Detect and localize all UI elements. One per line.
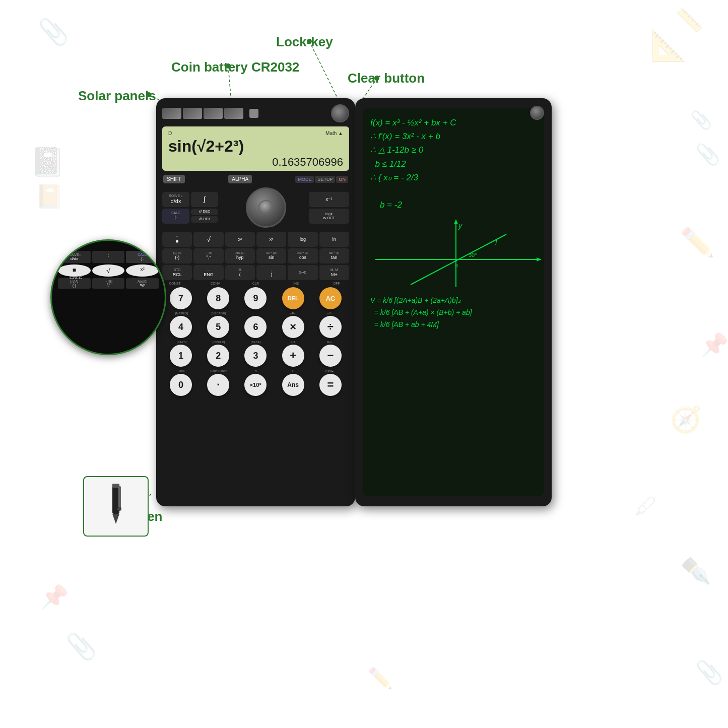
numpad-sublabels-row2: [STATI] [CMPLX] [BASE] Pol Rec <box>162 341 349 344</box>
mode-button[interactable]: MODE <box>295 176 314 183</box>
key-3[interactable]: 3 <box>244 345 267 367</box>
main-content: Lock-key Coin battery CR2032 Solar panel… <box>0 0 728 728</box>
key-minus[interactable]: − <box>319 345 342 367</box>
label-battery: Coin battery CR2032 <box>171 59 299 75</box>
solar-panel-2 <box>183 108 202 119</box>
writing-tablet: f(x) = x³ - ½x² + bx + C ∴ f'(x) = 3x² -… <box>355 98 552 506</box>
degrees-key[interactable]: → |B|°,″ <box>193 248 223 263</box>
tan-key[interactable]: tan⁻¹ |F|tan <box>319 248 349 263</box>
x-power-n-key[interactable]: xⁿ <box>256 232 286 247</box>
solar-area <box>162 104 349 122</box>
display-indicator-d: D <box>168 130 172 136</box>
key-ac[interactable]: AC <box>319 287 342 309</box>
log-indicator-key[interactable]: log♦e• OCT <box>309 209 349 224</box>
ln-key[interactable]: ln <box>319 232 349 247</box>
x3-hex-keys: x³ DEC √6 HEX <box>191 209 218 224</box>
abs-key[interactable]: Abs |C|hyp <box>225 248 255 263</box>
x3-dec-key[interactable]: x³ DEC <box>191 209 218 215</box>
key-8[interactable]: 8 <box>207 287 229 309</box>
nav-center[interactable] <box>258 200 274 215</box>
zoom-content: SOLVE=d/dx : CALC∫- ■ √ x² ∫△∫|A|(-) → |… <box>52 241 165 295</box>
key-1[interactable]: 1 <box>170 345 192 367</box>
open-paren-key[interactable]: %( <box>225 265 255 280</box>
svg-point-41 <box>117 507 121 511</box>
sqrt-key[interactable]: √ <box>193 232 223 247</box>
on-button[interactable]: ON <box>336 176 348 183</box>
key-del[interactable]: DEL <box>282 287 304 309</box>
svg-rect-38 <box>112 484 119 488</box>
mode-setup-on-buttons: MODE SETUP ON <box>295 176 348 183</box>
solar-panel-4 <box>224 108 243 119</box>
solve-calc-nav-row: SOLVE = d/dx ∫ CALC ∫- x³ DE <box>162 185 349 230</box>
svg-marker-31 <box>454 219 458 224</box>
cos-key[interactable]: cos⁻¹ |E|cos <box>288 248 317 263</box>
x-inverse-key[interactable]: x⁻¹ <box>309 192 349 207</box>
m-plus-key[interactable]: M- MM+ <box>319 265 349 280</box>
nav-circle[interactable] <box>246 187 286 228</box>
key-divide[interactable]: ÷ <box>319 316 342 338</box>
shift-button[interactable]: SHIFT <box>163 175 185 183</box>
tablet-clear-button[interactable] <box>530 106 544 120</box>
numpad-sublabels-row1: [MATRIX] [VECTOR] nPr nCr <box>162 312 349 315</box>
solve-calc-keys: SOLVE = d/dx ∫ CALC ∫- x³ DE <box>162 192 223 224</box>
nav-area <box>225 187 307 228</box>
lock-key-button[interactable] <box>331 104 349 122</box>
numpad-row-0: 0 · ×10ˣ Ans = <box>162 374 349 396</box>
numpad-labels-row1: CONST CONV CLR INS OFF <box>162 282 349 285</box>
key-2[interactable]: 2 <box>207 345 229 367</box>
key-9[interactable]: 9 <box>244 287 267 309</box>
key-x10[interactable]: ×10ˣ <box>244 374 267 396</box>
svg-marker-30 <box>537 257 542 261</box>
coin-battery <box>249 109 258 118</box>
key-plus[interactable]: + <box>282 345 304 367</box>
integral-key[interactable]: ∫ <box>191 192 218 207</box>
log-key[interactable]: log <box>288 232 317 247</box>
top-function-row: SHIFT ALPHA MODE SETUP ON <box>162 175 349 183</box>
alpha-button[interactable]: ALPHA <box>228 175 252 183</box>
eng-key[interactable]: ←ENG <box>193 265 223 280</box>
numpad-row-123: 1 2 3 + − <box>162 345 349 367</box>
number-pad: CONST CONV CLR INS OFF 7 8 9 DEL AC [MAT… <box>162 282 349 396</box>
rcl-key[interactable]: STORCL <box>162 265 192 280</box>
tablet-screen: f(x) = x³ - ½x² + bx + C ∴ f'(x) = 3x² -… <box>363 108 544 496</box>
s-d-key[interactable]: S⇔D <box>288 265 317 280</box>
key-multiply[interactable]: × <box>282 316 304 338</box>
key-6[interactable]: 6 <box>244 316 267 338</box>
key-equals[interactable]: = <box>319 374 342 396</box>
ins-label: INS <box>284 282 309 285</box>
solar-panel-3 <box>204 108 223 119</box>
key-dot[interactable]: · <box>207 374 229 396</box>
tablet-math-content: f(x) = x³ - ½x² + bx + C ∴ f'(x) = 3x² -… <box>370 116 537 212</box>
matrix-key[interactable]: ≡■ <box>162 232 192 247</box>
svg-text:o: o <box>455 262 458 268</box>
calculator-display: D Math ▲ sin(√2+2³) 0.1635706996 <box>162 126 349 171</box>
svg-marker-39 <box>112 514 119 524</box>
negative-key[interactable]: ∫△∫ |A|(-) <box>162 248 192 263</box>
display-result: 0.1635706996 <box>168 156 343 169</box>
key-7[interactable]: 7 <box>170 287 192 309</box>
zoom-circle: SOLVE=d/dx : CALC∫- ■ √ x² ∫△∫|A|(-) → |… <box>50 239 166 355</box>
key-ans[interactable]: Ans <box>282 374 304 396</box>
svg-rect-40 <box>118 486 121 509</box>
key-4[interactable]: 4 <box>170 316 192 338</box>
x-squared-key[interactable]: x² <box>225 232 255 247</box>
function-key-grid: ≡■ √ x² xⁿ log ln ∫△∫ |A|(-) → |B|°,″ Ab… <box>162 232 349 280</box>
clr-label: CLR <box>243 282 269 285</box>
key-0[interactable]: 0 <box>170 374 192 396</box>
numpad-row-456: 4 5 6 × ÷ <box>162 316 349 338</box>
display-expression: sin(√2+2³) <box>168 137 343 156</box>
setup-button[interactable]: SETUP <box>315 176 335 183</box>
calc-key[interactable]: CALC ∫- <box>162 209 189 224</box>
key-5[interactable]: 5 <box>207 316 229 338</box>
svg-text:y: y <box>458 222 462 230</box>
numpad-row-789: 7 8 9 DEL AC <box>162 287 349 309</box>
sin-key[interactable]: sin⁻¹ |D|sin <box>256 248 286 263</box>
close-paren-key[interactable]: ,) <box>256 265 286 280</box>
const-label: CONST <box>162 282 187 285</box>
tablet-formulas: V = k/6 [(2A+a)B + (2a+A)b]₂ = k/6 [AB +… <box>370 295 537 330</box>
label-clear: Clear button <box>348 71 425 86</box>
sqrt6-hex-key[interactable]: √6 HEX <box>191 216 218 223</box>
solar-panels <box>162 108 243 119</box>
calculator-body: D Math ▲ sin(√2+2³) 0.1635706996 SHIFT A… <box>156 98 355 506</box>
solve-key[interactable]: SOLVE = d/dx <box>162 192 189 207</box>
